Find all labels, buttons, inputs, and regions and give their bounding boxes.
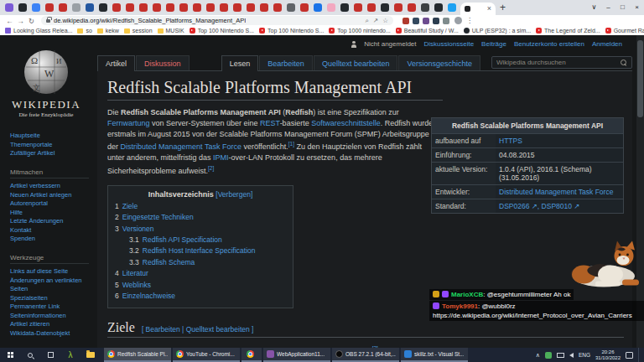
sidebar-item[interactable]: Spezialseiten [10, 294, 89, 303]
tab-favicon[interactable] [340, 3, 349, 12]
tab-favicon[interactable] [112, 3, 121, 12]
toc-label[interactable]: Einzelnachweise [122, 292, 175, 300]
tab-favicon[interactable] [367, 3, 376, 12]
toc-label[interactable]: Ziele [122, 202, 138, 210]
bookmark-item[interactable]: The Legend of Zeld... [536, 28, 600, 34]
taskbar-clock[interactable]: 20:26 31/10/2022 [595, 349, 621, 361]
pinned-lambda-app[interactable]: λ [60, 348, 80, 362]
window-control-button[interactable]: ∨ [587, 0, 601, 15]
infobox-value[interactable]: 04.08.2015 [496, 148, 623, 162]
section-edit-links[interactable]: [ Bearbeiten | Quelltext bearbeiten ] [142, 325, 254, 334]
toc-label[interactable]: Literatur [122, 269, 148, 277]
bookmark-item[interactable]: Looking Glass Relea... [5, 28, 72, 34]
sidebar-item[interactable]: Spenden [10, 235, 89, 244]
tab-favicon[interactable] [18, 3, 27, 12]
infobox-value[interactable]: HTTPS [496, 134, 623, 147]
forward-icon[interactable]: → [15, 17, 26, 25]
new-tab-button[interactable]: + [500, 3, 506, 13]
active-tab[interactable]: × [460, 3, 496, 15]
wiki-search-box[interactable] [491, 56, 632, 69]
window-control-button[interactable]: – [601, 0, 615, 15]
toc-label[interactable]: Eingesetzte Techniken [122, 213, 194, 221]
tab-favicon[interactable] [32, 3, 40, 12]
toc-label[interactable]: Weblinks [122, 281, 151, 289]
toc-item[interactable]: 3.2Redfish Host Interface Specification [129, 246, 286, 256]
infobox-value[interactable]: 1.0.4 (API), 2016.1 (Schema) (31.05.2016… [496, 163, 623, 184]
toc-item[interactable]: 3Versionen [115, 224, 286, 235]
bookmark-item[interactable]: Top 100 Nintendo S... [190, 28, 254, 34]
tab-favicon[interactable] [99, 3, 107, 12]
language-indicator[interactable]: ENG [579, 352, 590, 358]
wiki-search-input[interactable] [496, 59, 621, 66]
browser-menu-icon[interactable]: ⋮ [466, 17, 473, 24]
infobox-value[interactable]: Distributed Management Task Force [496, 185, 623, 199]
tab-favicon[interactable] [220, 3, 228, 12]
search-icon[interactable] [621, 59, 627, 66]
bookmark-item[interactable]: MUSIK [158, 28, 184, 34]
zoom-icon[interactable]: ⌕ [366, 17, 369, 25]
tab-favicon[interactable] [314, 3, 322, 12]
toc-item[interactable]: 3.3Redfish Schema [129, 257, 286, 268]
taskbar-app-button[interactable]: skillz.txt - Visual St... [401, 348, 468, 362]
sidebar-item[interactable]: Letzte Änderungen [10, 217, 89, 226]
sidebar-item[interactable]: Artikel zitieren [10, 320, 89, 329]
tab-favicon[interactable] [45, 3, 54, 12]
tray-app-icon[interactable] [545, 352, 552, 359]
tab-favicon[interactable] [86, 3, 94, 12]
task-view-button[interactable] [40, 348, 60, 362]
taskbar-app-button[interactable]: Redfish Scalable Pl... [104, 348, 171, 362]
tab-favicon[interactable] [327, 3, 335, 12]
tray-expand-icon[interactable]: ∧ [536, 352, 540, 359]
toc-label[interactable]: Redfish Schema [143, 258, 195, 266]
bookmark-item[interactable]: Gourmet Race - Kir... [605, 28, 644, 34]
taskbar-app-button[interactable]: OBS 27.2.1 (64-bit,... [332, 348, 399, 362]
bookmark-star-icon[interactable]: ☆ [382, 17, 388, 25]
toc-toggle-link[interactable]: [Verbergen] [216, 190, 252, 199]
taskbar-search-button[interactable] [20, 348, 40, 362]
tab-favicon[interactable] [394, 3, 402, 12]
page-tab[interactable]: Lesen [221, 55, 259, 71]
taskbar-app-button[interactable]: WebApplication11... [263, 348, 330, 362]
page-tab[interactable]: Bearbeiten [259, 55, 313, 70]
sidebar-item[interactable]: Permanenter Link [10, 303, 89, 312]
bookmark-item[interactable]: so [77, 28, 91, 34]
bookmark-item[interactable]: kekw [97, 28, 119, 34]
tab-favicon[interactable] [273, 3, 282, 12]
taskbar-app-button[interactable]: YouTube - Chromi... [173, 348, 240, 362]
infobox-value[interactable]: DSP0266 ↗, DSP8010 ↗ [496, 199, 623, 213]
sidebar-item[interactable]: Artikel verbessern [10, 182, 89, 191]
share-icon[interactable]: ↗ [373, 17, 378, 25]
personal-link[interactable]: Diskussionsseite [424, 40, 475, 48]
tab-close-icon[interactable]: × [487, 5, 491, 13]
tab-favicon[interactable] [260, 3, 268, 12]
tab-favicon[interactable] [5, 3, 13, 12]
tab-favicon[interactable] [126, 3, 134, 12]
address-bar[interactable]: de.wikipedia.org/wiki/Redfish_Scalable_P… [41, 16, 393, 25]
sidebar-item[interactable]: Themenportale [10, 141, 89, 150]
personal-link[interactable]: Anmelden [592, 40, 622, 48]
sidebar-item[interactable]: Seiteninformationen [10, 312, 89, 321]
sidebar-item[interactable]: Hilfe [10, 209, 89, 218]
toc-label[interactable]: Versionen [122, 225, 154, 233]
sidebar-item[interactable]: Links auf diese Seite [10, 267, 89, 277]
page-tab[interactable]: Artikel [97, 55, 135, 71]
page-tab[interactable]: Versionsgeschichte [398, 55, 480, 70]
toc-item[interactable]: 1Ziele [115, 201, 286, 212]
tab-favicon[interactable] [206, 3, 215, 12]
personal-link[interactable]: Benutzerkonto erstellen [514, 40, 584, 48]
wikipedia-globe-logo[interactable]: Ω W И 文 [23, 49, 70, 96]
notification-center-icon[interactable] [626, 352, 633, 359]
tab-favicon[interactable] [233, 3, 242, 12]
sidebar-item[interactable]: Wikidata-Datenobjekt [10, 329, 89, 339]
toc-item[interactable]: 4Literatur [115, 268, 286, 279]
sidebar-item[interactable]: Mitmachen [10, 168, 89, 179]
bookmark-item[interactable]: ULP (ESP32) : a sim... [464, 28, 531, 34]
profile-avatar[interactable] [454, 17, 462, 24]
sidebar-item[interactable]: Autorenportal [10, 199, 89, 209]
sidebar-item[interactable]: Kontakt [10, 226, 89, 235]
extension-icon[interactable] [443, 18, 449, 24]
toc-item[interactable]: 6Einzelnachweise [115, 291, 286, 302]
tab-favicon[interactable] [381, 3, 389, 12]
sidebar-item[interactable]: Neuen Artikel anlegen [10, 191, 89, 200]
tab-favicon[interactable] [72, 3, 80, 12]
